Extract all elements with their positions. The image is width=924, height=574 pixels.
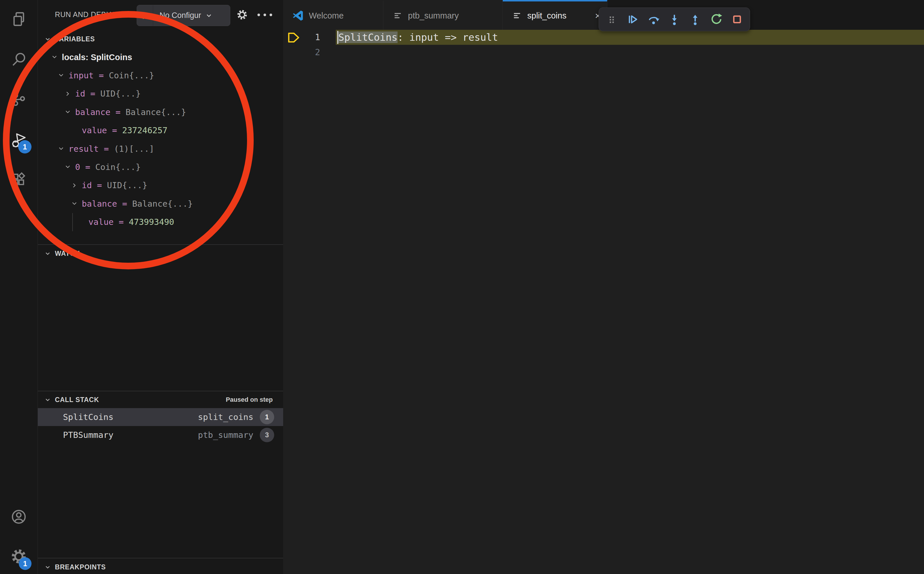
variable-row[interactable]: id = UID{...}: [38, 176, 283, 194]
tab-ptb-summary[interactable]: ptb_summary: [383, 0, 503, 30]
call-stack-frame[interactable]: PTBSummaryptb_summary3: [38, 426, 283, 444]
stop-button[interactable]: [728, 10, 746, 28]
chevron-down-icon[interactable]: [71, 200, 77, 207]
code-line[interactable]: SplitCoins: input => result: [338, 30, 498, 45]
list-file-icon: [393, 10, 403, 21]
variable-row[interactable]: balance = Balance{...}: [38, 194, 283, 213]
drag-handle-icon[interactable]: [603, 10, 621, 28]
line-number[interactable]: 1: [283, 30, 320, 45]
variable-text: locals: SplitCoins: [62, 52, 132, 62]
variable-segment: 0 =: [75, 162, 95, 172]
variable-segment: Coin{...}: [95, 162, 141, 172]
code-text: : input => result: [398, 32, 498, 43]
chevron-down-icon[interactable]: [65, 109, 71, 115]
variable-segment: value =: [82, 125, 122, 135]
variable-row[interactable]: value = 237246257: [38, 121, 283, 140]
extensions-icon[interactable]: [10, 171, 27, 188]
explorer-icon[interactable]: [10, 11, 27, 27]
config-dropdown-label: No Configur: [159, 11, 201, 20]
chevron-down-icon[interactable]: [58, 72, 64, 78]
variable-segment: id =: [75, 89, 100, 99]
variable-row[interactable]: input = Coin{...}: [38, 66, 283, 84]
variable-segment: (1)[...]: [114, 144, 154, 154]
search-icon[interactable]: [10, 51, 27, 68]
tab-label: ptb_summary: [408, 11, 459, 20]
tab-split-coins[interactable]: split_coins ×: [503, 0, 607, 30]
vscode-logo-icon: [293, 10, 304, 21]
variable-segment: result =: [68, 144, 114, 154]
accounts-icon[interactable]: [11, 509, 27, 525]
variable-text: result = (1)[...]: [68, 144, 154, 154]
variable-segment: 237246257: [122, 125, 168, 135]
section-divider[interactable]: [38, 244, 283, 245]
variable-text: value = 473993490: [88, 217, 174, 227]
chevron-down-icon[interactable]: [52, 54, 58, 60]
debug-badge: 1: [18, 140, 31, 153]
debug-toolbar: [599, 8, 750, 31]
indent-guide: [72, 213, 73, 231]
call-stack-frame[interactable]: SplitCoinssplit_coins1: [38, 408, 283, 426]
step-into-button[interactable]: [665, 10, 684, 28]
variables-section-header[interactable]: VARIABLES: [55, 35, 95, 43]
frame-file: split_coins: [198, 412, 253, 422]
tab-label: split_coins: [527, 11, 566, 20]
variable-text: id = UID{...}: [75, 89, 141, 99]
variables-chevron-icon[interactable]: [44, 36, 51, 43]
variable-text: 0 = Coin{...}: [75, 162, 141, 172]
code-editor[interactable]: 1SplitCoins: input => result2: [283, 30, 924, 574]
start-debug-icon[interactable]: [137, 5, 153, 26]
variable-row[interactable]: balance = Balance{...}: [38, 103, 283, 121]
variable-row[interactable]: 0 = Coin{...}: [38, 158, 283, 176]
panel-title: RUN AND DEBUG: [55, 10, 117, 19]
frame-line-badge: 3: [260, 428, 274, 442]
tab-welcome[interactable]: Welcome: [283, 0, 383, 30]
variable-segment: Coin{...}: [109, 71, 154, 80]
variable-row[interactable]: result = (1)[...]: [38, 140, 283, 158]
source-control-icon[interactable]: [10, 91, 27, 108]
section-divider[interactable]: [38, 558, 283, 558]
step-over-button[interactable]: [644, 10, 663, 28]
variable-segment: value =: [88, 217, 129, 227]
chevron-down-icon[interactable]: [65, 164, 71, 170]
variable-row[interactable]: locals: SplitCoins: [38, 48, 283, 66]
variable-segment: UID{...}: [107, 180, 147, 190]
debug-config-dropdown[interactable]: No Configur: [137, 5, 230, 26]
continue-button[interactable]: [623, 10, 642, 28]
tab-label: Welcome: [309, 11, 343, 20]
frame-file: ptb_summary: [198, 430, 253, 440]
variable-segment: Balance{...}: [132, 199, 193, 209]
line-number[interactable]: 2: [283, 45, 320, 60]
breakpoints-section-header[interactable]: BREAKPOINTS: [55, 563, 106, 571]
variable-segment: 473993490: [129, 217, 174, 227]
frame-function: PTBSummary: [63, 430, 113, 440]
gear-icon[interactable]: [236, 9, 248, 21]
run-and-debug-panel: RUN AND DEBUG No Configur VARIABLES loca…: [38, 0, 283, 574]
chevron-right-icon[interactable]: [71, 182, 77, 188]
step-out-button[interactable]: [686, 10, 704, 28]
selected-code-text: SplitCoins: [338, 32, 398, 43]
activity-bar: 1 1: [0, 0, 38, 574]
breakpoints-chevron-icon[interactable]: [44, 564, 51, 571]
section-divider[interactable]: [38, 391, 283, 391]
more-actions-icon[interactable]: [257, 14, 272, 16]
watch-section-header[interactable]: WATCH: [55, 250, 80, 257]
watch-chevron-icon[interactable]: [44, 250, 51, 257]
frame-line-badge: 1: [260, 410, 274, 424]
call-stack-chevron-icon[interactable]: [44, 397, 51, 404]
call-stack-status: Paused on step: [226, 396, 273, 404]
variable-text: value = 237246257: [82, 125, 168, 135]
variable-row[interactable]: id = UID{...}: [38, 85, 283, 103]
text-cursor: [337, 31, 338, 44]
chevron-right-icon[interactable]: [65, 91, 71, 97]
call-stack-section-header[interactable]: CALL STACK: [55, 396, 99, 404]
frame-function: SplitCoins: [63, 412, 113, 422]
list-file-icon: [512, 10, 523, 21]
variable-text: balance = Balance{...}: [75, 107, 186, 117]
chevron-down-icon[interactable]: [58, 146, 64, 152]
restart-button[interactable]: [707, 10, 726, 28]
variable-row[interactable]: value = 473993490: [38, 213, 283, 231]
chevron-down-icon: [205, 12, 213, 19]
variable-text: id = UID{...}: [82, 180, 147, 190]
variable-segment: input =: [68, 71, 109, 80]
variable-text: input = Coin{...}: [68, 71, 154, 80]
